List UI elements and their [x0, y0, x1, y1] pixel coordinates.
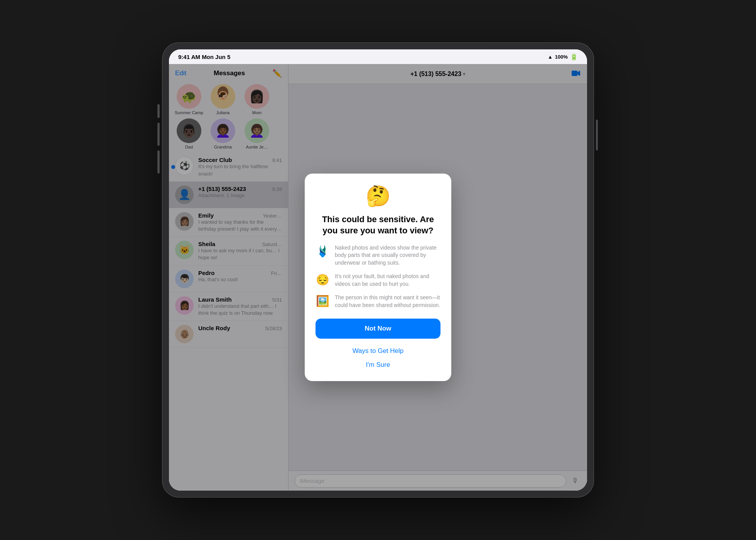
- picture-icon: 🖼️: [316, 295, 329, 307]
- dialog-item-text: It's not your fault, but naked photos an…: [335, 273, 440, 288]
- status-time: 9:41 AM Mon Jun 5: [178, 54, 230, 60]
- ways-to-get-help-button[interactable]: Ways to Get Help: [316, 344, 440, 358]
- dialog-emoji: 🤔: [316, 184, 440, 208]
- dialog-item-text: The person in this might not want it see…: [335, 294, 440, 309]
- swimsuit-icon: 🩱: [316, 245, 329, 258]
- dialog-item: 😔 It's not your fault, but naked photos …: [316, 273, 440, 288]
- not-now-button[interactable]: Not Now: [316, 319, 440, 339]
- status-bar: 9:41 AM Mon Jun 5 ▲ 100% 🔋: [169, 49, 587, 64]
- dialog-item: 🖼️ The person in this might not want it …: [316, 294, 440, 309]
- sensitive-dialog: 🤔 This could be sensitive. Are you sure …: [305, 174, 451, 381]
- status-right: ▲ 100% 🔋: [548, 53, 578, 61]
- volume-down-button[interactable]: [157, 150, 160, 174]
- battery-icon: 🔋: [570, 53, 578, 61]
- ipad-screen: 9:41 AM Mon Jun 5 ▲ 100% 🔋 Edit Messages…: [169, 49, 587, 491]
- sad-face-icon: 😔: [316, 273, 329, 286]
- wifi-icon: ▲: [548, 54, 553, 60]
- power-button[interactable]: [596, 120, 598, 150]
- dialog-item: 🩱 Naked photos and videos show the priva…: [316, 244, 440, 267]
- sensitive-content-overlay: 🤔 This could be sensitive. Are you sure …: [169, 64, 587, 491]
- mute-button[interactable]: [157, 104, 160, 118]
- im-sure-button[interactable]: I'm Sure: [316, 358, 440, 372]
- battery-level: 100%: [555, 54, 568, 60]
- ipad-frame: 9:41 AM Mon Jun 5 ▲ 100% 🔋 Edit Messages…: [162, 42, 594, 498]
- main-content: Edit Messages ✏️ 🐢 Summer Camp: [169, 64, 587, 491]
- volume-up-button[interactable]: [157, 123, 160, 146]
- dialog-title: This could be sensitive. Are you sure yo…: [316, 214, 440, 236]
- side-buttons-left: [157, 104, 160, 174]
- dialog-item-text: Naked photos and videos show the private…: [335, 244, 440, 267]
- dialog-items: 🩱 Naked photos and videos show the priva…: [316, 244, 440, 309]
